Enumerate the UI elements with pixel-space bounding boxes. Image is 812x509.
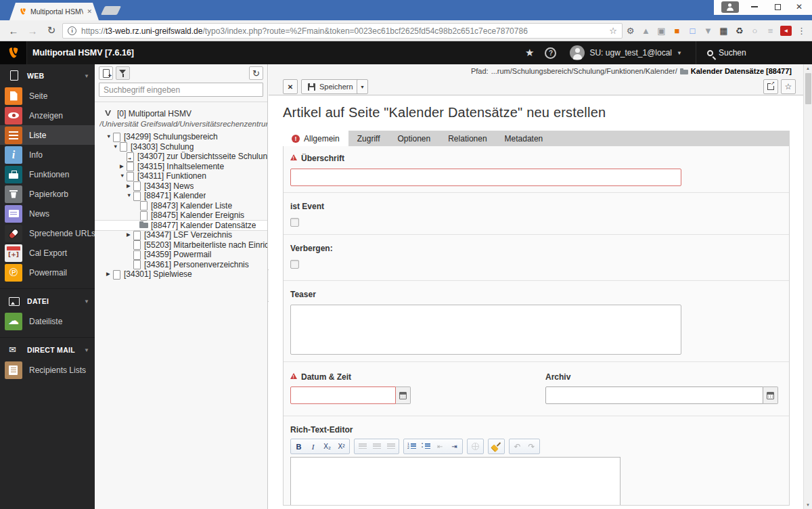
extension-icon[interactable]: ▲ xyxy=(638,24,654,37)
user-menu[interactable]: SU: ugw_test_1@local ▼ xyxy=(567,45,685,60)
tree-row[interactable]: [34347] LSF Verzeichnis xyxy=(95,230,267,240)
rte-button[interactable]: I xyxy=(306,440,320,453)
tree-row[interactable]: [0] Multiportal HSMV xyxy=(95,109,267,119)
tree-expander-icon[interactable] xyxy=(127,191,133,201)
reload-button[interactable]: ↻ xyxy=(43,20,60,41)
archiv-input[interactable] xyxy=(545,386,763,404)
tree-row[interactable]: [88477] Kalender Datensätze xyxy=(95,221,267,231)
window-close-button[interactable]: ✕ xyxy=(788,0,811,14)
browser-tab[interactable]: Multiportal HSMV [TYPO ✕ xyxy=(9,3,99,20)
minimize-button[interactable] xyxy=(743,0,766,14)
tree-row[interactable]: [34303] Schulung xyxy=(95,142,267,152)
tree-expander-icon[interactable] xyxy=(106,132,112,142)
tree-row[interactable]: [88475] Kalender Ereignis xyxy=(95,211,267,221)
extension-icon[interactable]: ⚙ xyxy=(623,24,638,37)
teaser-textarea[interactable] xyxy=(290,305,681,355)
content-scrollbar[interactable]: ▲ ▼ xyxy=(803,64,812,509)
tree-row[interactable]: [34301] Spielwiese xyxy=(95,269,267,280)
rte-button[interactable] xyxy=(419,440,433,453)
typo3-logo[interactable] xyxy=(0,41,27,64)
bookmark-record-button[interactable]: ☆ xyxy=(781,79,796,94)
close-tab-icon[interactable]: ✕ xyxy=(87,8,92,15)
module-item[interactable]: Funktionen xyxy=(0,164,95,184)
module-section-header[interactable]: WEB ▼ xyxy=(0,66,95,86)
rte-button[interactable]: X₂ xyxy=(320,440,334,453)
form-tab[interactable]: ! Metadaten xyxy=(496,131,552,146)
scrollbar-thumb[interactable] xyxy=(805,73,811,104)
tree-expander-icon[interactable] xyxy=(127,181,133,192)
save-options-caret[interactable]: ▼ xyxy=(357,79,368,94)
rte-button[interactable] xyxy=(468,440,482,453)
rte-button[interactable]: ↷ xyxy=(524,440,539,453)
filter-button[interactable] xyxy=(116,66,130,80)
forward-button[interactable]: → xyxy=(24,20,41,41)
close-document-button[interactable]: ✕ xyxy=(283,79,298,94)
page-info-icon[interactable]: i xyxy=(68,26,76,35)
datum-calendar-button[interactable] xyxy=(396,386,411,404)
rte-button[interactable] xyxy=(355,440,369,453)
rte-button[interactable]: X² xyxy=(334,440,348,453)
extension-icon[interactable]: ≡ xyxy=(763,24,778,37)
tree-row[interactable]: [34307] zur Übersichtsseite Schulung xyxy=(95,152,267,162)
extension-icon[interactable]: ▣ xyxy=(654,24,669,37)
tree-row[interactable]: [88473] Kalender Liste xyxy=(95,201,267,211)
form-tab[interactable]: ! Zugriff xyxy=(348,131,389,146)
tree-expander-icon[interactable] xyxy=(113,142,119,152)
tree-row[interactable]: [34311] Funktionen xyxy=(95,171,267,181)
module-item[interactable]: Sprechende URLs xyxy=(0,223,95,243)
rte-button[interactable] xyxy=(384,440,398,453)
rte-button[interactable]: ⇤ xyxy=(433,440,447,453)
tree-row[interactable]: /Universität Greifswald/Universitätsrech… xyxy=(95,119,267,129)
extension-icon[interactable]: ⋮ xyxy=(794,24,809,37)
extension-icon[interactable]: ▼ xyxy=(700,24,716,37)
open-new-window-button[interactable] xyxy=(763,79,778,94)
tree-search-input[interactable] xyxy=(99,83,263,97)
rte-content-area[interactable] xyxy=(290,457,621,506)
module-section-header[interactable]: DATEI ▼ xyxy=(0,291,95,311)
ist-event-checkbox[interactable] xyxy=(290,218,299,227)
rte-button[interactable]: ↶ xyxy=(510,440,524,453)
form-tab[interactable]: ! Optionen xyxy=(389,131,440,146)
extension-icon[interactable]: ♻ xyxy=(731,24,747,37)
tree-expander-icon[interactable] xyxy=(120,171,126,181)
save-button[interactable]: Speichern xyxy=(301,79,360,94)
extension-icon[interactable]: ◄ xyxy=(780,26,792,36)
tree-expander-icon[interactable] xyxy=(127,230,133,240)
tree-row[interactable]: [34359] Powermail xyxy=(95,250,267,260)
back-button[interactable]: ← xyxy=(5,20,22,41)
extension-icon[interactable]: ■ xyxy=(669,24,685,37)
help-icon[interactable]: ? xyxy=(545,47,556,59)
datum-input[interactable] xyxy=(290,386,396,404)
module-item[interactable]: Powermail xyxy=(0,263,95,282)
module-item[interactable]: Anzeigen xyxy=(0,106,95,125)
extension-icon[interactable]: ▦ xyxy=(716,24,731,37)
new-page-button[interactable] xyxy=(99,66,113,80)
rte-button[interactable] xyxy=(489,440,503,453)
url-bar[interactable]: i https://t3-web.rz.uni-greifswald.de/ty… xyxy=(62,23,623,39)
topbar-search[interactable]: Suchen xyxy=(696,41,746,64)
tree-row[interactable]: [34299] Schulungsbereich xyxy=(95,132,267,142)
form-tab[interactable]: ! Relationen xyxy=(439,131,495,146)
scroll-down-icon[interactable]: ▼ xyxy=(804,501,812,509)
module-item[interactable]: Dateiliste xyxy=(0,311,95,331)
rte-button[interactable]: B xyxy=(292,440,306,453)
rte-button[interactable]: ⇥ xyxy=(447,440,461,453)
scroll-up-icon[interactable]: ▲ xyxy=(804,64,812,72)
refresh-tree-button[interactable] xyxy=(249,66,263,80)
rte-button[interactable] xyxy=(405,440,419,453)
extension-icon[interactable]: ○ xyxy=(747,24,763,37)
maximize-button[interactable] xyxy=(766,0,789,14)
module-item[interactable]: Info xyxy=(0,145,95,164)
archiv-calendar-button[interactable] xyxy=(763,386,778,404)
form-tab[interactable]: ! Allgemein xyxy=(283,131,348,146)
module-item[interactable]: News xyxy=(0,204,95,223)
module-item[interactable]: Seite xyxy=(0,86,95,106)
bookmark-star-icon[interactable]: ☆ xyxy=(609,26,617,36)
ueberschrift-input[interactable] xyxy=(290,169,681,186)
rte-button[interactable] xyxy=(369,440,384,453)
topbar-bookmark-icon[interactable]: ★ xyxy=(525,47,534,59)
module-section-header[interactable]: DIRECT MAIL ▼ xyxy=(0,340,95,360)
tree-row[interactable]: [88471] Kalender xyxy=(95,191,267,201)
verbergen-checkbox[interactable] xyxy=(290,260,299,269)
tree-expander-icon[interactable] xyxy=(120,162,126,172)
